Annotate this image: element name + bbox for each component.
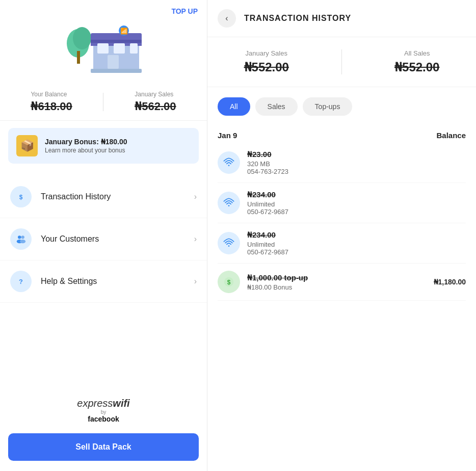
table-row: ₦234.00 Unlimited 050-672-9687 [218,223,466,264]
wifi-icon-circle-3 [218,232,240,254]
question-mark-icon: ? [15,276,27,287]
menu-label-transaction-history: Transaction History [41,192,194,201]
svg-rect-2 [77,51,80,64]
balance-col-label: Balance [436,131,466,140]
sell-data-pack-button[interactable]: Sell Data Pack [8,433,199,461]
table-row: $ ₦1,000.00 top-up ₦180.00 Bonus ₦1,180.… [218,264,466,301]
right-header: ‹ TRANSACTION HISTORY [207,0,476,37]
page-title: TRANSACTION HISTORY [244,14,351,23]
menu-item-your-customers[interactable]: Your Customers › [0,218,207,260]
back-chevron-icon: ‹ [225,14,228,23]
chevron-right-icon-2: › [194,234,197,244]
table-row: ₦234.00 Unlimited 050-672-9687 [218,183,466,223]
menu-item-transaction-history[interactable]: $ Transaction History › [0,176,207,218]
tx-desc-2: Unlimited [247,200,466,208]
tx-desc-4: ₦180.00 Bonus [247,283,434,291]
tx-amount-2: ₦234.00 [247,190,466,199]
svg-point-17 [21,236,24,239]
all-sales-summary: All Sales ₦552.00 [394,49,439,74]
tx-balance-4: ₦1,180.00 [434,278,466,286]
svg-rect-9 [130,43,138,54]
transactions-list: Jan 9 Balance ₦23.00 320 MB 054-763-2723 [207,121,476,306]
tx-phone-3: 050-672-9687 [247,248,466,256]
tx-details-3: ₦234.00 Unlimited 050-672-9687 [247,230,466,256]
bonus-banner[interactable]: 📦 January Bonus: ₦180.00 Learn more abou… [8,128,199,164]
wifi-icon-1 [223,157,234,168]
bonus-title: January Bonus: ₦180.00 [45,138,127,146]
tx-phone-1: 054-763-2723 [247,168,466,175]
svg-rect-13 [91,69,142,73]
dollar-sign-icon-4: $ [223,276,234,287]
tx-amount-1: ₦23.00 [247,150,466,159]
balance-section: Your Balance ₦618.00 January Sales ₦562.… [0,86,207,121]
chevron-right-icon-3: › [194,277,197,286]
january-sales-label: January Sales [135,91,173,98]
tx-phone-2: 050-672-9687 [247,208,466,216]
svg-rect-7 [97,43,109,54]
dollar-icon-circle-4: $ [218,271,240,293]
january-sales-item: January Sales ₦562.00 [135,91,176,113]
filter-tab-all[interactable]: All [218,97,250,116]
svg-point-16 [18,236,21,239]
january-sales-summary-value: ₦552.00 [244,60,289,74]
wifi-icon-2 [223,197,234,208]
svg-rect-8 [114,43,125,54]
brand-by: by [77,409,129,415]
help-settings-icon-circle: ? [10,271,32,292]
people-icon [15,233,27,245]
left-panel: TOP UP 📶 Your B [0,0,207,471]
your-balance-item: Your Balance ₦618.00 [31,91,72,113]
filter-tabs: All Sales Top-ups [207,87,476,121]
january-sales-value: ₦562.00 [135,100,176,113]
your-balance-value: ₦618.00 [31,100,72,113]
sales-summary-divider [341,49,342,74]
chevron-right-icon: › [194,192,197,201]
wifi-icon-circle-1 [218,151,240,174]
menu-label-your-customers: Your Customers [41,234,194,244]
bonus-subtitle: Learn more about your bonus [45,147,127,154]
filter-tab-sales[interactable]: Sales [255,97,298,116]
tx-amount-4: ₦1,000.00 top-up [247,273,434,282]
tx-details-1: ₦23.00 320 MB 054-763-2723 [247,150,466,175]
tx-desc-3: Unlimited [247,241,466,248]
svg-text:$: $ [227,279,231,286]
brand-facebook: facebook [77,415,129,423]
svg-text:📶: 📶 [120,27,128,35]
svg-rect-5 [91,40,142,43]
january-sales-summary-label: January Sales [246,49,287,57]
bonus-text: January Bonus: ₦180.00 Learn more about … [45,138,127,154]
january-sales-summary: January Sales ₦552.00 [244,49,289,74]
all-sales-summary-value: ₦552.00 [394,60,439,74]
svg-point-23 [228,205,230,206]
bonus-icon: 📦 [16,135,38,156]
topup-button[interactable]: TOP UP [171,7,198,15]
wifi-icon-circle-2 [218,192,240,214]
table-row: ₦23.00 320 MB 054-763-2723 [218,143,466,183]
tx-desc-1: 320 MB [247,160,466,168]
date-header: Jan 9 Balance [218,126,466,143]
menu-item-help-settings[interactable]: ? Help & Settings › [0,260,207,303]
back-button[interactable]: ‹ [218,9,236,28]
transaction-history-icon-circle: $ [10,186,32,207]
your-balance-label: Your Balance [31,91,67,98]
wifi-icon-3 [223,238,234,249]
svg-point-1 [73,27,91,49]
tx-details-4: ₦1,000.00 top-up ₦180.00 Bonus [247,273,434,291]
menu-label-help-settings: Help & Settings [41,277,194,286]
your-customers-icon-circle [10,228,32,250]
menu-list: $ Transaction History › Your Customers › [0,176,207,382]
date-label: Jan 9 [218,131,237,140]
tx-details-2: ₦234.00 Unlimited 050-672-9687 [247,190,466,216]
tx-amount-3: ₦234.00 [247,230,466,240]
right-panel: ‹ TRANSACTION HISTORY January Sales ₦552… [207,0,476,471]
svg-text:$: $ [19,194,23,201]
svg-text:?: ? [19,278,23,285]
filter-tab-topups[interactable]: Top-ups [303,97,353,116]
svg-rect-4 [91,33,142,41]
dollar-sign-icon: $ [15,191,27,202]
brand-logo: expresswifi by facebook [77,398,129,423]
svg-point-24 [228,245,230,247]
sales-summary: January Sales ₦552.00 All Sales ₦552.00 [207,37,476,87]
svg-rect-10 [108,55,119,69]
brand-express-wifi: expresswifi [77,398,129,409]
